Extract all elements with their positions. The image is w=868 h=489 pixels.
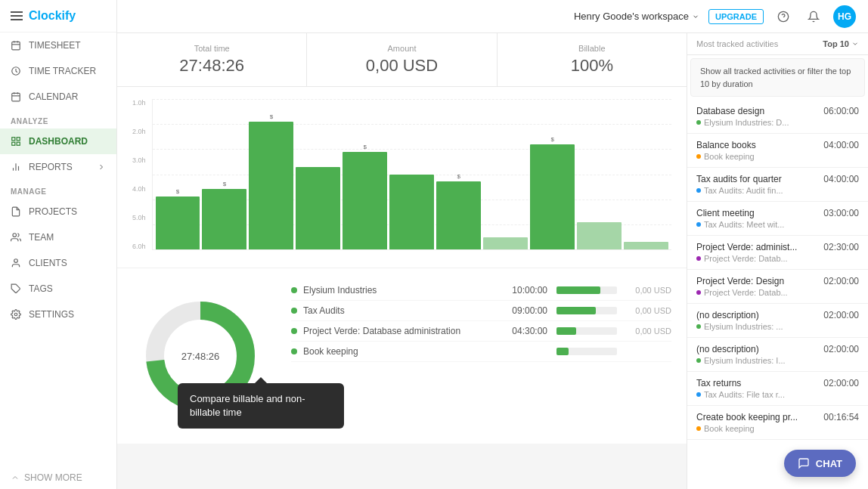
x-label-5: Mon, Oct 16 xyxy=(394,253,429,258)
upgrade-button[interactable]: UPGRADE xyxy=(708,9,764,24)
activity-dot-1 xyxy=(696,154,701,159)
sidebar-item-time-tracker[interactable]: TIME TRACKER xyxy=(0,58,116,84)
chat-label: CHAT xyxy=(816,458,842,469)
sidebar-item-calendar[interactable]: CALENDAR xyxy=(0,84,116,110)
activity-item-7[interactable]: (no description) 02:00:00 Elysium Indust… xyxy=(687,338,868,372)
sidebar-item-dashboard[interactable]: DASHBOARD xyxy=(0,128,116,154)
activity-time-1: 04:00:00 xyxy=(823,140,859,150)
x-label-3: Tue, Oct 10 xyxy=(299,253,334,258)
x-label-9: Sat, Oct 28 xyxy=(582,253,617,258)
help-button[interactable] xyxy=(773,6,794,27)
svg-point-16 xyxy=(13,234,17,237)
activity-sub-7: Elysium Industries: I... xyxy=(704,356,786,365)
legend-bar-fill-3 xyxy=(556,348,569,355)
svg-rect-10 xyxy=(17,138,20,141)
activity-dot-2 xyxy=(696,188,701,193)
x-label-4: Fri, Oct 13 xyxy=(346,253,381,258)
legend-name-3: Book keeping xyxy=(303,346,358,357)
legend-amount-1: 0,00 USD xyxy=(626,306,671,315)
help-icon xyxy=(777,11,789,23)
bar-group-3[interactable]: $ xyxy=(296,99,340,249)
activity-item-1[interactable]: Balance books 04:00:00 Book keeping xyxy=(687,134,868,168)
stats-row: Total time 27:48:26 Amount 0,00 USD Bill… xyxy=(117,33,687,87)
user-avatar[interactable]: HG xyxy=(833,5,856,28)
activity-dot-7 xyxy=(696,358,701,363)
y-axis: 6.0h 5.0h 4.0h 3.0h 2.0h 1.0h xyxy=(132,99,152,250)
bar-group-8[interactable]: $ xyxy=(530,99,575,249)
team-icon xyxy=(11,232,21,243)
activity-title-0: Database design xyxy=(696,106,764,116)
top10-tooltip-container: Show all tracked activities or filter th… xyxy=(690,58,865,97)
sidebar-item-clients[interactable]: CLIENTS xyxy=(0,250,116,276)
bar-group-4[interactable]: $ xyxy=(343,99,387,249)
legend-row-2: Project Verde: Database administration 0… xyxy=(291,321,671,342)
y-label-2: 2.0h xyxy=(132,128,146,135)
x-label-8: Wed, Oct 25 xyxy=(535,253,570,258)
bar-group-7[interactable]: $ xyxy=(483,99,528,249)
x-label-6: Thu, Oct 19 xyxy=(441,253,476,258)
legend-dot-3 xyxy=(291,348,297,354)
panel-header-label: Most tracked activities xyxy=(696,39,778,48)
bar-group-9[interactable]: $ xyxy=(577,99,622,249)
activity-item-8[interactable]: Tax returns 02:00:00 Tax Audits: File ta… xyxy=(687,372,868,406)
sidebar-item-tags[interactable]: TAGS xyxy=(0,276,116,302)
activity-title-1: Balance books xyxy=(696,140,756,150)
activity-item-3[interactable]: Client meeting 03:00:00 Tax Audits: Meet… xyxy=(687,202,868,236)
sidebar-item-reports[interactable]: REPORTS xyxy=(0,154,116,180)
legend-area: Elysium Industries 10:00:00 0,00 USD Tax… xyxy=(291,280,671,432)
donut-legend-area: 27:48:26 Elysium Industries 10:00 xyxy=(117,268,687,444)
hamburger-icon[interactable] xyxy=(11,11,23,20)
legend-dot-2 xyxy=(291,328,297,334)
sidebar-item-settings[interactable]: SETTINGS xyxy=(0,302,116,327)
activity-time-5: 02:00:00 xyxy=(823,276,859,286)
notifications-button[interactable] xyxy=(803,6,824,27)
manage-section-label: MANAGE xyxy=(0,180,116,199)
workspace-selector[interactable]: Henry Goode's workspace xyxy=(574,11,699,22)
right-panel-header: Most tracked activities Top 10 xyxy=(687,33,868,55)
chat-button[interactable]: CHAT xyxy=(784,450,856,477)
x-label-1: Wed, Oct 4 xyxy=(205,253,240,258)
sidebar-label-time-tracker: TIME TRACKER xyxy=(29,66,96,76)
bar-chart-area: 6.0h 5.0h 4.0h 3.0h 2.0h 1.0h xyxy=(117,87,687,268)
workspace-chevron-icon xyxy=(692,13,699,20)
chevron-right-icon xyxy=(97,162,106,172)
svg-rect-0 xyxy=(12,42,20,50)
sidebar-item-timesheet[interactable]: TIMESHEET xyxy=(0,32,116,58)
sidebar-item-team[interactable]: TEAM xyxy=(0,224,116,250)
projects-icon xyxy=(11,206,21,217)
activity-item-4[interactable]: Project Verde: administ... 02:30:00 Proj… xyxy=(687,236,868,270)
top10-selector[interactable]: Top 10 xyxy=(823,39,859,48)
activity-sub-3: Tax Audits: Meet wit... xyxy=(704,220,784,229)
activity-title-6: (no description) xyxy=(696,310,759,320)
activity-item-6[interactable]: (no description) 02:00:00 Elysium Indust… xyxy=(687,304,868,338)
activity-item-5[interactable]: Project Verde: Design 02:00:00 Project V… xyxy=(687,270,868,304)
svg-point-17 xyxy=(14,259,18,263)
right-panel: Most tracked activities Top 10 Show all … xyxy=(687,33,868,489)
bar-group-2[interactable]: $ xyxy=(249,99,293,249)
legend-bar-wrap-3 xyxy=(556,348,617,355)
activity-item-0[interactable]: Database design 06:00:00 Elysium Industr… xyxy=(687,100,868,134)
bar-group-6[interactable]: $ xyxy=(436,99,481,249)
bar-group-10[interactable]: $ xyxy=(624,99,668,249)
legend-row-1: Tax Audits 09:00:00 0,00 USD xyxy=(291,301,671,321)
activity-sub-8: Tax Audits: File tax r... xyxy=(704,390,785,399)
x-label-2: Sat, Oct 7 xyxy=(253,253,287,258)
activity-item-2[interactable]: Tax audits for quarter 04:00:00 Tax Audi… xyxy=(687,168,868,202)
legend-bar-fill-1 xyxy=(556,307,596,314)
activity-dot-4 xyxy=(696,256,701,261)
y-label-3: 3.0h xyxy=(132,156,146,164)
bar-group-1[interactable]: $ xyxy=(202,99,246,249)
legend-name-0: Elysium Industries xyxy=(303,285,377,296)
sidebar-item-projects[interactable]: PROJECTS xyxy=(0,199,116,224)
sidebar-label-reports: REPORTS xyxy=(29,162,73,172)
activity-dot-5 xyxy=(696,290,701,295)
bar-group-0[interactable]: $ xyxy=(156,99,200,249)
activity-item-9[interactable]: Create book keeping pr... 00:16:54 Book … xyxy=(687,406,868,440)
calendar-icon xyxy=(11,91,21,102)
donut-center-value: 27:48:26 xyxy=(181,351,220,362)
bar-group-5[interactable]: $ xyxy=(389,99,434,249)
legend-name-1: Tax Audits xyxy=(303,305,345,316)
clients-icon xyxy=(11,258,21,268)
show-more-button[interactable]: SHOW MORE xyxy=(0,466,116,489)
activity-sub-6: Elysium Industries: ... xyxy=(704,322,783,331)
